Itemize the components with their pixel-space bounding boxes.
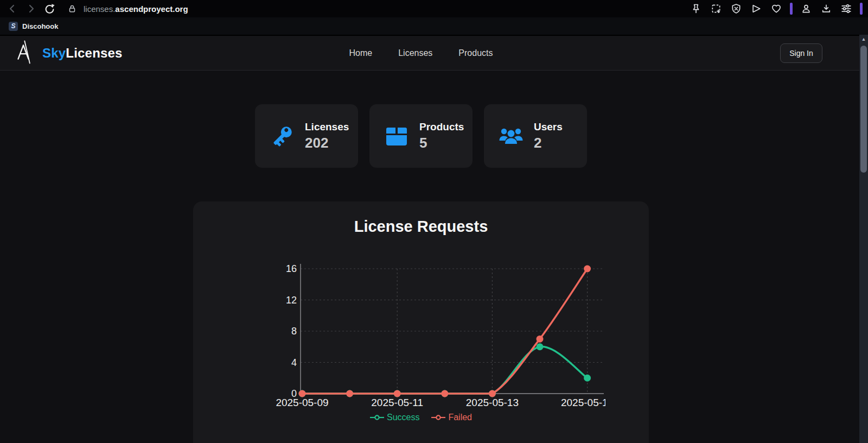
- page-scrollbar[interactable]: ▲: [859, 35, 868, 443]
- stat-label: Products: [419, 121, 464, 133]
- url-domain: ascendproyect.org: [115, 4, 188, 14]
- svg-text:4: 4: [291, 357, 297, 368]
- url-prefix: licenses.: [84, 4, 115, 14]
- chart-card: License Requests 04812162025-05-092025-0…: [193, 201, 649, 443]
- chart-legend: Success Failed: [193, 413, 649, 422]
- download-icon[interactable]: [820, 2, 833, 15]
- svg-text:12: 12: [286, 295, 297, 306]
- brand[interactable]: SkyLicenses: [13, 40, 123, 67]
- stat-label: Licenses: [305, 121, 349, 133]
- svg-text:2025-05-09: 2025-05-09: [276, 397, 328, 408]
- extension-accent-bar: [790, 3, 793, 15]
- svg-text:8: 8: [291, 326, 297, 337]
- nav-link-home[interactable]: Home: [349, 48, 373, 58]
- discohook-favicon-icon: S: [9, 22, 18, 31]
- legend-item-failed[interactable]: Failed: [431, 413, 472, 422]
- stat-value: 2: [534, 135, 563, 151]
- url-text: licenses.ascendproyect.org: [84, 4, 188, 14]
- nav-link-licenses[interactable]: Licenses: [398, 48, 432, 58]
- stat-text: Licenses 202: [305, 121, 349, 151]
- main-nav: Home Licenses Products: [349, 48, 493, 58]
- bookmarks-bar: S Discohook: [0, 17, 868, 35]
- svg-text:2025-05-13: 2025-05-13: [466, 397, 519, 408]
- stat-text: Products 5: [419, 121, 464, 151]
- stat-label: Users: [534, 121, 563, 133]
- stat-value: 5: [419, 135, 464, 151]
- stat-card-products: Products 5: [369, 104, 473, 168]
- scrollbar-thumb[interactable]: [860, 46, 867, 173]
- toolbar-extensions: [690, 2, 863, 15]
- users-icon: [498, 123, 524, 149]
- brand-sky: Sky: [42, 46, 66, 60]
- stat-card-users: Users 2: [484, 104, 587, 168]
- scrollbar-up-icon[interactable]: ▲: [859, 35, 868, 43]
- heart-icon[interactable]: [770, 2, 783, 15]
- key-icon: [269, 123, 295, 149]
- site-header: SkyLicenses Home Licenses Products Sign …: [0, 36, 859, 71]
- legend-item-success[interactable]: Success: [370, 413, 419, 422]
- bookmark-discohook[interactable]: S Discohook: [4, 20, 62, 33]
- legend-label: Success: [387, 413, 419, 422]
- pin-icon[interactable]: [690, 2, 703, 15]
- nav-link-products[interactable]: Products: [458, 48, 493, 58]
- logo-icon: [13, 40, 34, 67]
- legend-label: Failed: [448, 413, 472, 422]
- chart-title: License Requests: [193, 218, 649, 236]
- svg-text:16: 16: [286, 263, 297, 274]
- license-requests-chart: 04812162025-05-092025-05-112025-05-13202…: [266, 256, 605, 409]
- profile-icon[interactable]: [800, 2, 813, 15]
- extension-accent-bar-right: [860, 3, 863, 15]
- reload-icon[interactable]: [42, 2, 56, 15]
- chart-wrap: 04812162025-05-092025-05-112025-05-13202…: [266, 256, 605, 409]
- sign-in-button[interactable]: Sign In: [780, 43, 822, 63]
- stat-value: 202: [305, 135, 349, 151]
- brand-name: SkyLicenses: [42, 46, 123, 61]
- forward-icon[interactable]: [24, 2, 38, 15]
- stats-row: Licenses 202 Products 5: [193, 104, 649, 168]
- browser-toolbar: licenses.ascendproyect.org: [0, 0, 868, 17]
- shield-block-icon[interactable]: [730, 2, 743, 15]
- brand-rest: Licenses: [66, 46, 122, 60]
- address-bar[interactable]: licenses.ascendproyect.org: [65, 2, 188, 15]
- box-icon: [384, 123, 410, 149]
- stat-text: Users 2: [534, 121, 563, 151]
- sliders-icon[interactable]: [840, 2, 853, 15]
- send-icon[interactable]: [750, 2, 763, 15]
- legend-marker-success-icon: [370, 414, 384, 421]
- lock-icon: [65, 2, 79, 15]
- svg-text:2025-05-11: 2025-05-11: [371, 397, 423, 408]
- bookmark-label: Discohook: [22, 22, 58, 30]
- page-body: Licenses 202 Products 5: [0, 71, 859, 443]
- screenshot-select-icon[interactable]: [710, 2, 723, 15]
- legend-marker-failed-icon: [431, 414, 445, 421]
- back-icon[interactable]: [5, 2, 20, 15]
- svg-text:2025-05-15: 2025-05-15: [561, 397, 605, 408]
- stat-card-licenses: Licenses 202: [255, 104, 358, 168]
